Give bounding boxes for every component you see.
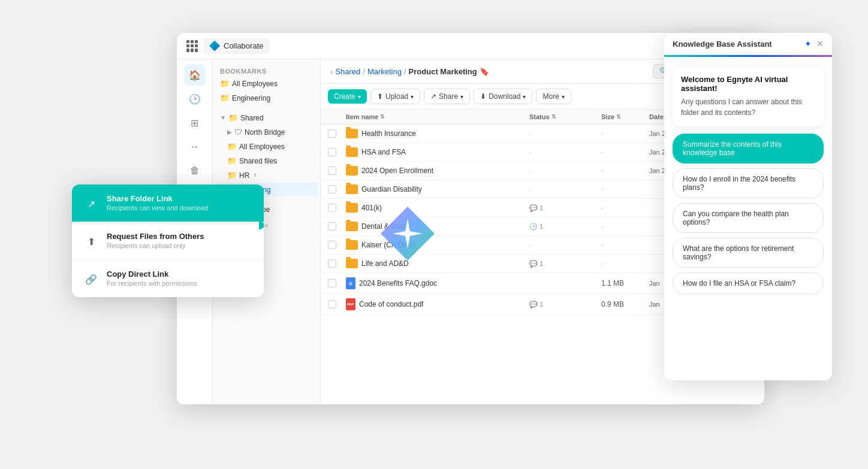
breadcrumb-marketing[interactable]: Marketing [367,67,402,76]
folder-icon [346,259,358,268]
suggestion-compare[interactable]: Can you compare the health plan options? [673,203,824,233]
create-button[interactable]: Create ▾ [328,89,367,104]
file-name-cell: G 2024 Benefits FAQ.gdoc [346,277,529,289]
upload-label: Upload [385,92,408,101]
share-dropdown: ↗ Share Folder Link Recipients can view … [72,184,264,297]
tree-item-north-bridge[interactable]: ▶ 🛡 North Bridge [215,125,318,139]
tree-item-shared[interactable]: ▼ 📁 Shared [215,111,318,125]
tree-item-engineering[interactable]: 📁 Engineering [215,91,318,105]
comment-badge: 💬 1 [529,260,601,268]
request-files-item[interactable]: ⬆ Request Files from Others Recipients c… [72,222,264,259]
upload-button[interactable]: ⬆ Upload ▾ [370,89,420,104]
tree-item-hr[interactable]: 📁 HR ↑ [215,168,318,182]
folder-icon [346,222,358,231]
share-item-desc: For recipients with permissions [107,280,197,287]
file-name: 2024 Benefits FAQ.gdoc [359,279,437,288]
size-cell: - [601,259,649,268]
folder-icon [346,240,358,250]
row-checkbox[interactable] [328,185,336,193]
more-button[interactable]: More ▾ [536,89,571,104]
size-cell: 1.1 MB [601,279,649,288]
upload-icon: ⬆ [83,233,100,250]
share-link-icon: ↗ [83,195,100,212]
status-cell: - [529,130,601,137]
row-checkbox[interactable] [328,148,336,156]
folder-icon: 📁 [227,142,237,151]
size-cell: - [601,148,649,156]
status-cell: 💬 1 [529,260,601,268]
bookmarks-label: Bookmarks [213,64,320,76]
file-name-cell: Guardian Disability [346,184,529,194]
more-label: More [542,92,559,101]
chevron-down-icon: ▾ [358,93,361,100]
file-name-cell: 2024 Open Enrollment [346,166,529,176]
tree-item-label: All Employees [239,143,285,151]
file-name: Health Insurance [361,129,416,138]
tree-item-label: All Employees [232,80,278,88]
gdoc-icon: G [346,277,355,289]
sort-icon: ⇅ [551,114,556,120]
bookmark-icon[interactable]: 🔖 [480,67,489,76]
tree-item-label: HR [239,171,249,180]
download-label: Download [489,92,520,101]
breadcrumb-shared[interactable]: Shared [335,67,360,76]
ai-header-right: ✦ ✕ [804,39,824,49]
sidebar-sync-icon[interactable]: ↔ [184,136,206,158]
sort-icon: ⇅ [616,114,621,120]
tree-item-all-employees-1[interactable]: 📁 All Employees [215,77,318,90]
share-item-desc: Recipients can view and download [107,204,208,211]
file-name-cell: Life and AD&D [346,259,529,268]
size-cell: - [601,241,649,249]
chevron-down-icon: ▾ [411,93,414,100]
file-name-cell: PDF Code of conduct.pdf [346,298,529,310]
share-item-title: Share Folder Link [107,194,208,203]
ai-chat: Welcome to Egnyte AI virtual assistant! … [664,57,832,380]
size-cell: 0.9 MB [601,300,649,308]
back-btn[interactable]: ‹ [330,67,333,76]
app-logo-button[interactable]: Collaborate [203,38,270,54]
tree-item-all-employees-2[interactable]: 📁 All Employees [215,140,318,153]
sidebar-apps-icon[interactable]: ⊞ [184,112,206,134]
close-icon[interactable]: ✕ [816,39,824,49]
row-checkbox[interactable] [328,167,336,175]
tree-item-label: Engineering [232,94,270,102]
status-cell: 💬 1 [529,204,601,212]
size-cell: - [601,129,649,138]
sort-icon: ⇅ [380,114,385,120]
top-bar-left: Collaborate [186,38,270,54]
col-size[interactable]: Size ⇅ [601,113,649,120]
hr-share-icon: ↑ [254,172,257,178]
file-name-cell: 401(k) [346,203,529,213]
sidebar-trash-icon[interactable]: 🗑 [184,160,206,181]
download-button[interactable]: ⬇ Download ▾ [474,89,532,104]
tree-item-shared-files[interactable]: 📁 Shared files [215,154,318,168]
status-cell: 🕒 1 [529,223,601,231]
share-folder-link-item[interactable]: ↗ Share Folder Link Recipients can view … [72,184,264,222]
row-checkbox[interactable] [328,222,336,231]
folder-icon [346,203,358,213]
folder-icon: 📁 [227,171,237,180]
copy-direct-link-item[interactable]: 🔗 Copy Direct Link For recipients with p… [72,259,264,297]
suggestion-hsa[interactable]: How do I file an HSA or FSA claim? [673,273,824,294]
file-name-cell: Kaiser (CA Only) [346,240,529,250]
row-checkbox[interactable] [328,259,336,268]
share-icon: ↗ [430,92,436,101]
share-button[interactable]: ↗ Share ▾ [424,89,470,104]
suggestion-enroll[interactable]: How do I enroll in the 2024 benefits pla… [673,168,824,198]
share-item-desc: Recipients can upload only [107,242,204,249]
row-checkbox[interactable] [328,279,336,288]
row-checkbox[interactable] [328,300,336,308]
row-checkbox[interactable] [328,241,336,249]
comment-badge: 🕒 1 [529,223,601,231]
col-status[interactable]: Status ⇅ [529,113,601,120]
sidebar-recent-icon[interactable]: 🕒 [184,88,206,110]
row-checkbox[interactable] [328,129,336,138]
grid-menu-icon[interactable] [186,40,198,52]
sidebar-home-icon[interactable]: 🏠 [184,64,206,86]
suggestion-retirement[interactable]: What are the options for retirement savi… [673,238,824,268]
col-item-name[interactable]: Item name ⇅ [346,113,529,120]
suggestion-summarize[interactable]: Summarize the contents of this knowledge… [673,134,824,164]
file-name: Code of conduct.pdf [359,300,423,308]
row-checkbox[interactable] [328,204,336,212]
app-title: Collaborate [224,41,264,50]
